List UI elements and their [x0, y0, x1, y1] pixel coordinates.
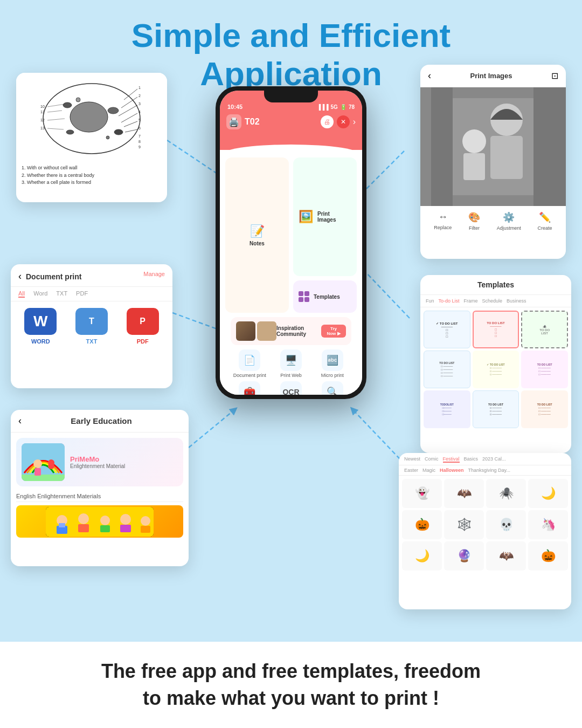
close-btn[interactable]: ✕: [337, 115, 350, 128]
print-images-card[interactable]: 🖼️ Print Images: [293, 157, 357, 276]
print-back-icon[interactable]: ‹: [428, 70, 431, 81]
print-images-icon: 🖼️: [299, 210, 313, 224]
print-settings-icon[interactable]: ⊡: [551, 71, 558, 81]
template-item[interactable]: TO DO LIST─────□□□: [473, 311, 519, 348]
hw-item-unicorn[interactable]: 🦄: [528, 510, 568, 539]
hw-item-web[interactable]: 🕸️: [444, 510, 484, 539]
templates-label: Templates: [314, 294, 340, 300]
word-icon-item[interactable]: W WORD: [24, 308, 57, 345]
template-item[interactable]: TO DO LIST□ ─────□ ─────□ ─────: [521, 351, 568, 388]
tab-word[interactable]: Word: [33, 290, 47, 298]
doc-print-item[interactable]: 📄 Document print: [231, 349, 269, 378]
svg-text:2: 2: [138, 94, 141, 98]
app-grid: 📝 Notes 🖼️ Print Images: [220, 150, 362, 395]
tab-txt[interactable]: TXT: [56, 290, 67, 298]
hw-item-skull[interactable]: 💀: [486, 510, 526, 539]
svg-point-54: [141, 516, 150, 526]
tab-newest[interactable]: Newest: [404, 456, 420, 463]
svg-point-52: [120, 514, 131, 525]
svg-point-39: [33, 459, 42, 468]
template-item[interactable]: TODOLIST□────□────□────: [424, 390, 470, 428]
doc-back-icon[interactable]: ‹: [18, 271, 22, 282]
print-web-label: Print Web: [280, 373, 301, 378]
templates-grid: ✓ TO DO LIST─────□□□ TO DO LIST─────□□□ …: [420, 307, 571, 431]
hw-item-jack[interactable]: 🎃: [528, 541, 568, 571]
tab-2023cal[interactable]: 2023 Cal...: [482, 456, 506, 463]
tab-festival[interactable]: Festival: [443, 456, 460, 463]
scan-item[interactable]: 🔍 Scan: [313, 381, 351, 395]
doc-manage[interactable]: Manage: [143, 271, 165, 282]
adjustment-tool[interactable]: ⚙️ Adjustment: [497, 211, 521, 231]
toolbox-icon: 🧰: [239, 381, 260, 395]
filter-tool[interactable]: 🎨 Filter: [468, 211, 480, 231]
tab-business[interactable]: Business: [507, 298, 526, 304]
txt-icon-item[interactable]: T TXT: [75, 308, 108, 345]
micro-print-item[interactable]: 🔤 Micro print: [313, 349, 351, 378]
template-item[interactable]: TO DO LIST□ ─────□ ─────□ ─────□ ─────: [424, 351, 470, 388]
svg-line-24: [125, 129, 137, 132]
app-bar-left: 🖨️ T02: [226, 114, 260, 129]
svg-point-61: [462, 129, 486, 153]
tab-all[interactable]: All: [18, 290, 25, 298]
txt-icon: T: [75, 308, 108, 335]
create-tool[interactable]: ✏️ Create: [538, 211, 552, 231]
grid-top: 📝 Notes 🖼️ Print Images: [225, 157, 357, 313]
print-web-item[interactable]: 🖥️ Print Web: [272, 349, 310, 378]
subtab-halloween[interactable]: Halloween: [440, 468, 464, 473]
template-item[interactable]: TO DO LIST□ ─────□ ─────□ ─────: [473, 390, 519, 428]
template-item[interactable]: TO DO LIST□ ─────□ ─────□ ─────: [521, 390, 568, 428]
phone-notch: [264, 91, 318, 102]
notes-icon: 📝: [250, 224, 265, 238]
tab-comic[interactable]: Comic: [425, 456, 439, 463]
hw-item-eye[interactable]: 🔮: [444, 541, 484, 571]
cell-text: 1. With or without cell wall 2. Whether …: [16, 164, 167, 191]
tab-frame[interactable]: Frame: [464, 298, 478, 304]
subtab-magic[interactable]: Magic: [422, 468, 435, 473]
battery-level: 78: [349, 104, 355, 110]
svg-text:9: 9: [138, 145, 141, 149]
tab-pdf[interactable]: PDF: [76, 290, 88, 298]
banner-title: Inspiration Community: [276, 325, 321, 337]
hw-items-grid: 👻 🦇 🕷️ 🌙 🎃 🕸️ 💀 🦄 🌙 🔮 🦇 🎃: [399, 476, 571, 574]
subtab-easter[interactable]: Easter: [404, 468, 418, 473]
hw-item-ghost[interactable]: 👻: [402, 479, 442, 508]
doc-tabs: All Word TXT PDF: [11, 287, 172, 301]
svg-point-7: [70, 102, 108, 132]
svg-text:7: 7: [138, 134, 141, 138]
grid-bottom: 📄 Document print 🖥️ Print Web 🔤 Micro pr…: [225, 347, 357, 395]
tab-basics[interactable]: Basics: [464, 456, 479, 463]
subtab-thanksgiving[interactable]: Thanksgiving Day...: [468, 468, 510, 473]
ocr-item[interactable]: OCR OCR: [272, 381, 310, 395]
pdf-icon-item[interactable]: P PDF: [127, 308, 159, 345]
hw-item-spider[interactable]: 🕷️: [486, 479, 526, 508]
chevron-right-icon[interactable]: ›: [353, 117, 356, 127]
hw-item-bat2[interactable]: 🦇: [486, 541, 526, 571]
tab-schedule[interactable]: Schedule: [482, 298, 503, 304]
hw-item-moon[interactable]: 🌙: [528, 479, 568, 508]
template-item[interactable]: 🕷️TO DOLIST: [521, 311, 568, 348]
toolbox-item[interactable]: 🧰 Toolbox: [231, 381, 269, 395]
tab-fun[interactable]: Fun: [426, 298, 434, 304]
tab-todo[interactable]: To-do List: [439, 298, 460, 304]
notes-card[interactable]: 📝 Notes: [225, 157, 289, 313]
template-item[interactable]: ✓ TO DO LIST─────□□□: [424, 311, 470, 348]
hw-item-pumpkin[interactable]: 🎃: [402, 510, 442, 539]
hw-item-moon2[interactable]: 🌙: [402, 541, 442, 571]
template-item[interactable]: ✓ TO DO LIST□ ─────□ ─────□ ─────: [473, 351, 519, 388]
edu-card[interactable]: PriMeMo Enlightenment Material: [16, 438, 183, 486]
print-btn[interactable]: 🖨: [321, 115, 334, 128]
svg-rect-63: [431, 87, 453, 206]
edu-item[interactable]: English Enlightenment Materials: [16, 491, 183, 502]
photo-2: [257, 321, 276, 341]
status-right: ▐▐▐ 5G 🔋 78: [317, 104, 355, 110]
svg-text:4: 4: [138, 110, 141, 114]
hw-item-bat[interactable]: 🦇: [444, 479, 484, 508]
word-icon: W: [24, 308, 57, 335]
edu-header: ‹ Early Education: [11, 410, 189, 432]
templates-card[interactable]: Templates: [293, 280, 357, 313]
inspiration-banner[interactable]: Inspiration Community Try Now ▶: [231, 317, 351, 345]
edu-back-icon[interactable]: ‹: [18, 415, 22, 427]
replace-tool[interactable]: ↔️ Replace: [434, 211, 452, 231]
try-now-button[interactable]: Try Now ▶: [321, 325, 346, 338]
svg-rect-40: [34, 468, 41, 476]
